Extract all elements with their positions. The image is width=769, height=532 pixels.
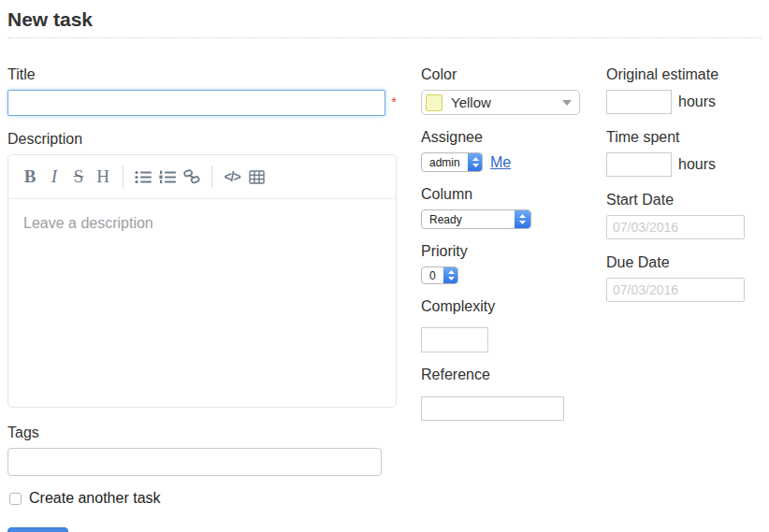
new-task-page: New task Title * Description B I S <box>0 0 769 532</box>
bold-icon: B <box>24 166 36 187</box>
priority-select[interactable]: 0 <box>421 266 458 284</box>
due-date-input[interactable] <box>606 278 745 302</box>
editor-toolbar: B I S H <box>8 155 396 199</box>
heading-icon: H <box>96 166 109 187</box>
bold-button[interactable]: B <box>18 163 42 191</box>
reference-group: Reference <box>421 366 580 421</box>
color-select[interactable]: Yellow <box>421 90 580 115</box>
unordered-list-icon <box>135 170 152 184</box>
hours-unit: hours <box>678 93 716 110</box>
description-editor[interactable]: B I S H <box>7 154 397 408</box>
time-spent-input[interactable] <box>606 152 672 177</box>
save-button[interactable]: Save <box>7 527 68 532</box>
column-selected-value: Ready <box>422 210 515 228</box>
due-date-label: Due Date <box>606 253 762 271</box>
time-spent-group: Time spent hours <box>606 128 762 177</box>
time-spent-label: Time spent <box>606 128 762 146</box>
form-actions: Save or cancel <box>7 527 397 532</box>
tags-input[interactable] <box>7 448 382 476</box>
middle-column: Color Yellow Assignee admin Me <box>421 65 580 434</box>
strikethrough-icon: S <box>74 166 84 187</box>
time-spent-row: hours <box>606 152 762 177</box>
toolbar-divider <box>123 165 123 188</box>
create-another-checkbox[interactable] <box>9 493 22 505</box>
assign-to-me-link[interactable]: Me <box>490 154 511 171</box>
color-group: Color Yellow <box>421 65 580 115</box>
link-icon <box>183 169 200 184</box>
priority-group: Priority 0 <box>421 242 580 284</box>
assignee-select[interactable]: admin <box>421 152 483 172</box>
task-form: Title * Description B I S <box>7 38 762 532</box>
title-label: Title <box>7 65 397 83</box>
table-icon <box>249 170 265 184</box>
select-spinner-icon <box>515 210 530 228</box>
column-select[interactable]: Ready <box>421 209 531 229</box>
original-estimate-group: Original estimate hours <box>606 65 762 114</box>
color-label: Color <box>421 65 580 83</box>
code-icon: </> <box>224 169 239 184</box>
title-row: * <box>7 90 397 116</box>
start-date-group: Start Date <box>606 191 762 239</box>
priority-selected-value: 0 <box>422 267 443 283</box>
chevron-down-icon <box>562 100 572 106</box>
original-estimate-label: Original estimate <box>606 65 762 83</box>
priority-label: Priority <box>421 242 580 260</box>
complexity-group: Complexity <box>421 297 580 352</box>
select-spinner-icon <box>468 153 483 171</box>
start-date-label: Start Date <box>606 191 762 208</box>
complexity-input[interactable] <box>421 327 488 352</box>
due-date-group: Due Date <box>606 253 762 302</box>
description-textarea[interactable]: Leave a description <box>8 199 396 248</box>
assignee-group: Assignee admin Me <box>421 128 580 172</box>
column-label: Column <box>421 185 580 203</box>
required-asterisk: * <box>391 93 397 109</box>
code-button[interactable]: </> <box>220 163 244 191</box>
create-another-label: Create another task <box>29 490 161 507</box>
original-estimate-input[interactable] <box>606 90 672 114</box>
column-group: Column Ready <box>421 185 580 229</box>
title-input[interactable] <box>7 90 385 116</box>
assignee-row: admin Me <box>421 152 580 172</box>
italic-button[interactable]: I <box>42 163 66 191</box>
reference-label: Reference <box>421 366 580 383</box>
italic-icon: I <box>51 166 57 187</box>
link-button[interactable] <box>180 163 204 191</box>
left-column: Title * Description B I S <box>7 65 397 532</box>
toolbar-divider <box>211 165 212 188</box>
assignee-selected-value: admin <box>422 153 468 171</box>
start-date-input[interactable] <box>606 215 745 239</box>
strikethrough-button[interactable]: S <box>66 163 91 191</box>
ordered-list-button[interactable] <box>155 163 180 191</box>
hours-unit: hours <box>678 156 716 173</box>
description-label: Description <box>7 130 397 148</box>
create-another-row: Create another task <box>7 490 397 507</box>
page-title: New task <box>7 7 762 38</box>
reference-input[interactable] <box>421 396 564 421</box>
tags-label: Tags <box>7 424 397 441</box>
assignee-label: Assignee <box>421 128 580 146</box>
table-button[interactable] <box>244 163 268 191</box>
ordered-list-icon <box>159 170 177 184</box>
unordered-list-button[interactable] <box>131 163 155 191</box>
complexity-label: Complexity <box>421 297 580 315</box>
color-selected-value: Yellow <box>451 94 562 110</box>
color-swatch-yellow <box>426 94 443 111</box>
original-estimate-row: hours <box>606 90 762 114</box>
right-column: Original estimate hours Time spent hours… <box>606 65 762 316</box>
heading-button[interactable]: H <box>91 163 115 191</box>
description-placeholder: Leave a description <box>23 215 153 231</box>
select-spinner-icon <box>443 267 458 283</box>
